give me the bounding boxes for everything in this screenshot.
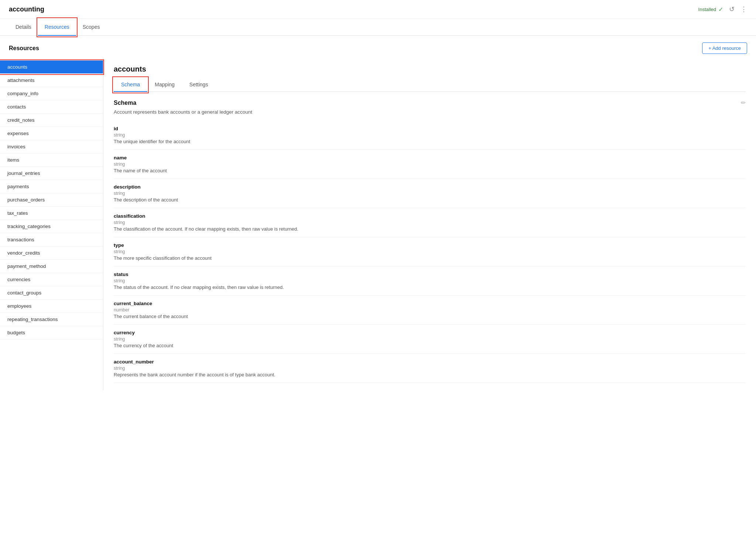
field-name-name: name (114, 155, 746, 161)
sidebar-item-repeating_transactions[interactable]: repeating_transactions (0, 313, 103, 326)
field-row-type: typestringThe more specific classificati… (114, 237, 746, 266)
edit-icon[interactable]: ✏ (741, 99, 746, 106)
detail-panel: accounts Schema Mapping Settings Schema … (103, 58, 756, 390)
resources-title: Resources (9, 45, 39, 52)
add-resource-button[interactable]: + Add resource (702, 42, 747, 54)
field-type-current_balance: number (114, 307, 746, 313)
field-row-status: statusstringThe status of the account. I… (114, 266, 746, 296)
installed-check-icon: ✓ (718, 6, 723, 13)
field-desc-name: The name of the account (114, 168, 746, 173)
sidebar-item-tracking_categories[interactable]: tracking_categories (0, 220, 103, 233)
sidebar-item-tax_rates[interactable]: tax_rates (0, 207, 103, 220)
sidebar-item-purchase_orders[interactable]: purchase_orders (0, 193, 103, 207)
sidebar-item-expenses[interactable]: expenses (0, 127, 103, 140)
field-desc-current_balance: The current balance of the account (114, 314, 746, 319)
field-row-classification: classificationstringThe classification o… (114, 208, 746, 237)
field-type-currency: string (114, 337, 746, 342)
schema-header: Schema ✏ (114, 99, 746, 106)
field-name-classification: classification (114, 213, 746, 219)
tab-scopes[interactable]: Scopes (76, 19, 107, 36)
sidebar-item-currencies[interactable]: currencies (0, 273, 103, 286)
field-desc-classification: The classification of the account. If no… (114, 226, 746, 232)
sidebar-item-items[interactable]: items (0, 153, 103, 167)
sidebar-item-payments[interactable]: payments (0, 180, 103, 193)
field-row-id: idstringThe unique identifier for the ac… (114, 121, 746, 150)
sidebar-item-attachments[interactable]: attachments (0, 74, 103, 87)
field-name-type: type (114, 242, 746, 248)
detail-resource-name: accounts (114, 65, 746, 73)
field-desc-type: The more specific classification of the … (114, 255, 746, 261)
app-title: accounting (9, 6, 44, 13)
field-row-account_number: account_numberstringRepresents the bank … (114, 354, 746, 383)
schema-description: Account represents bank accounts or a ge… (114, 109, 746, 115)
header-actions: Installed ✓ ↺ ⋮ (698, 5, 747, 13)
field-name-account_number: account_number (114, 359, 746, 365)
field-desc-id: The unique identifier for the account (114, 139, 746, 144)
sidebar-item-credit_notes[interactable]: credit_notes (0, 114, 103, 127)
sidebar-item-accounts[interactable]: accounts (0, 61, 103, 74)
field-name-current_balance: current_balance (114, 301, 746, 306)
sidebar-item-journal_entries[interactable]: journal_entries (0, 167, 103, 180)
sidebar-item-employees[interactable]: employees (0, 300, 103, 313)
field-row-currency: currencystringThe currency of the accoun… (114, 325, 746, 354)
field-row-current_balance: current_balancenumberThe current balance… (114, 296, 746, 325)
field-desc-description: The description of the account (114, 197, 746, 203)
field-desc-account_number: Represents the bank account number if th… (114, 372, 746, 377)
field-type-status: string (114, 278, 746, 283)
sidebar-item-contacts[interactable]: contacts (0, 100, 103, 114)
sidebar-item-invoices[interactable]: invoices (0, 140, 103, 153)
field-desc-status: The status of the account. If no clear m… (114, 284, 746, 290)
detail-tab-mapping[interactable]: Mapping (147, 78, 182, 92)
installed-badge: Installed ✓ (698, 6, 723, 13)
detail-tabs: Schema Mapping Settings (114, 78, 746, 92)
field-type-account_number: string (114, 366, 746, 371)
field-type-classification: string (114, 220, 746, 225)
tab-resources[interactable]: Resources (38, 19, 76, 36)
field-type-description: string (114, 191, 746, 196)
resources-header: Resources + Add resource (0, 36, 756, 58)
field-name-id: id (114, 126, 746, 131)
sidebar-item-vendor_credits[interactable]: vendor_credits (0, 246, 103, 260)
schema-section: Schema ✏ Account represents bank account… (114, 99, 746, 383)
main-layout: accountsattachmentscompany_infocontactsc… (0, 58, 756, 390)
field-name-status: status (114, 272, 746, 277)
field-type-id: string (114, 132, 746, 138)
sidebar-item-company_info[interactable]: company_info (0, 87, 103, 100)
sidebar-item-contact_groups[interactable]: contact_groups (0, 286, 103, 300)
installed-label: Installed (698, 7, 716, 12)
field-row-description: descriptionstringThe description of the … (114, 179, 746, 208)
more-options-icon[interactable]: ⋮ (740, 5, 747, 13)
detail-tab-settings[interactable]: Settings (182, 78, 216, 92)
field-name-currency: currency (114, 330, 746, 335)
sidebar-item-payment_method[interactable]: payment_method (0, 260, 103, 273)
field-row-name: namestringThe name of the account (114, 150, 746, 179)
app-header: accounting Installed ✓ ↺ ⋮ (0, 0, 756, 19)
top-tabs-bar: Details Resources Scopes (0, 19, 756, 36)
sidebar-item-transactions[interactable]: transactions (0, 233, 103, 246)
field-desc-currency: The currency of the account (114, 343, 746, 348)
sidebar-item-budgets[interactable]: budgets (0, 326, 103, 339)
field-name-description: description (114, 184, 746, 190)
field-type-type: string (114, 249, 746, 254)
refresh-icon[interactable]: ↺ (729, 5, 735, 13)
field-type-name: string (114, 162, 746, 167)
tab-details[interactable]: Details (9, 19, 38, 36)
schema-title: Schema (114, 100, 136, 106)
resources-sidebar: accountsattachmentscompany_infocontactsc… (0, 58, 103, 390)
detail-tab-schema[interactable]: Schema (114, 78, 147, 92)
fields-list: idstringThe unique identifier for the ac… (114, 121, 746, 383)
